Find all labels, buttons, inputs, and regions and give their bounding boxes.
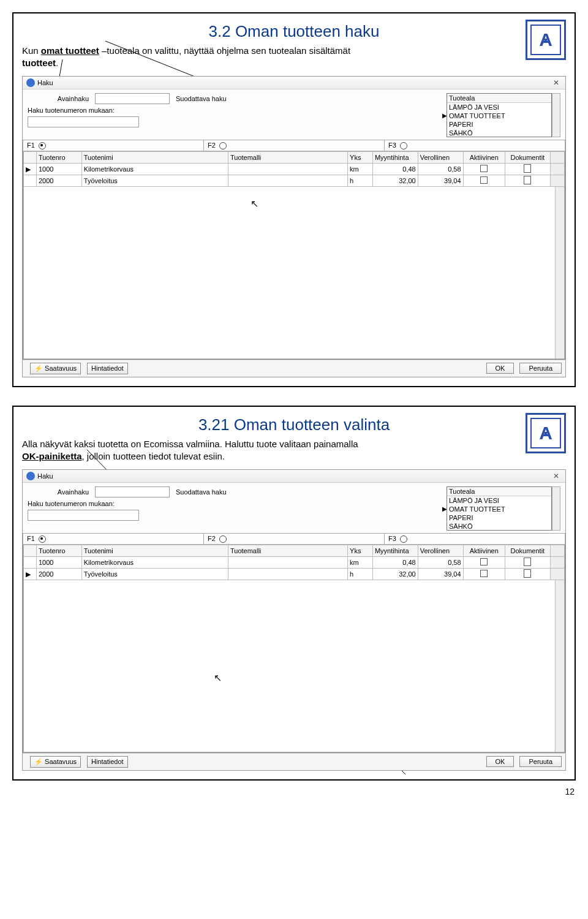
radio-f2[interactable] [219, 142, 227, 149]
list-item[interactable]: LÄMPÖ JA VESI [447, 103, 551, 112]
table-row[interactable]: ▶ 2000 Työveloitus h 32,00 39,04 [24, 569, 565, 580]
col-myyntihinta[interactable]: Myyntihinta [372, 545, 418, 557]
suodattava-label: Suodattava haku [176, 488, 227, 496]
radio-f1[interactable] [39, 535, 46, 543]
list-item[interactable]: PAPERI [447, 513, 551, 522]
bottom-bar: ⚡ Saatavuus Hintatiedot OK Peruuta [23, 753, 565, 770]
radio-row: F1 F2 F3 [23, 533, 565, 545]
slide-1-desc: Kun omat tuotteet –tuoteala on valittu, … [22, 45, 566, 69]
col-tuotenimi[interactable]: Tuotenimi [81, 545, 228, 557]
list-scrollbar[interactable] [552, 486, 560, 531]
f1-cell[interactable]: F1 [23, 534, 203, 544]
col-tuotenro[interactable]: Tuotenro [36, 545, 81, 557]
hintatiedot-button[interactable]: Hintatiedot [87, 363, 128, 374]
col-tuotenro[interactable]: Tuotenro [36, 152, 81, 164]
page-number: 12 [565, 787, 575, 796]
close-icon[interactable]: ✕ [551, 472, 562, 480]
slide-1-header: 3.2 Oman tuotteen haku Kun omat tuotteet… [22, 22, 566, 69]
haku-titlebar: Haku ✕ [23, 470, 565, 483]
list-item[interactable]: SÄHKÖ [447, 522, 551, 531]
f3-cell[interactable]: F3 [384, 140, 565, 151]
avainhaku-label: Avainhaku [28, 488, 89, 496]
col-tuotemalli[interactable]: Tuotemalli [228, 545, 347, 557]
table-row[interactable]: ▶ 1000 Kilometrikorvaus km 0,48 0,58 [24, 164, 565, 175]
list-scrollbar[interactable] [552, 93, 560, 137]
checkbox-icon[interactable] [480, 165, 488, 172]
haku-window: Haku ✕ Avainhaku Suodattava haku Haku tu… [22, 76, 566, 377]
cursor-icon: ↖ [214, 672, 222, 684]
avainhaku-input[interactable] [95, 93, 170, 104]
haku-window-2: Haku ✕ Avainhaku Suodattava haku Haku tu… [22, 469, 566, 771]
list-item[interactable]: ▶OMAT TUOTTEET [447, 112, 551, 120]
f3-cell[interactable]: F3 [384, 534, 565, 544]
tuoteala-header: Tuoteala [447, 94, 551, 103]
app-icon [26, 78, 35, 87]
cursor-icon: ↖ [251, 198, 258, 210]
radio-f3[interactable] [400, 535, 407, 543]
haku-titlebar: Haku ✕ [23, 77, 565, 89]
tuoteala-header: Tuoteala [447, 487, 551, 496]
f2-cell[interactable]: F2 [203, 534, 384, 544]
slide-1-title: 3.2 Oman tuotteen haku [22, 22, 566, 41]
peruuta-button[interactable]: Peruuta [519, 363, 562, 374]
tuoteala-list[interactable]: Tuoteala LÄMPÖ JA VESI ▶OMAT TUOTTEET PA… [447, 486, 552, 531]
slide-2-header: 3.21 Oman tuotteen valinta Alla näkyvät … [22, 415, 566, 462]
radio-f3[interactable] [400, 142, 407, 149]
saatavuus-button[interactable]: ⚡ Saatavuus [30, 363, 81, 374]
result-grid: Tuotenro Tuotenimi Tuotemalli Yks Myynti… [23, 545, 565, 753]
slide-2-title: 3.21 Oman tuotteen valinta [22, 415, 566, 434]
col-verollinen[interactable]: Verollinen [418, 545, 463, 557]
document-icon[interactable] [524, 176, 531, 184]
avainhaku-label: Avainhaku [28, 95, 89, 102]
col-aktiivinen[interactable]: Aktiivinen [463, 545, 505, 557]
document-icon[interactable] [524, 558, 531, 566]
ok-button[interactable]: OK [486, 756, 514, 767]
peruuta-button[interactable]: Peruuta [519, 756, 562, 767]
app-icon [26, 472, 35, 480]
window-title: Haku [37, 79, 53, 86]
grid-scrollbar[interactable] [555, 580, 564, 752]
col-tuotenimi[interactable]: Tuotenimi [81, 152, 228, 164]
col-tuotemalli[interactable]: Tuotemalli [228, 152, 347, 164]
list-item[interactable]: SÄHKÖ [447, 129, 551, 137]
result-grid: Tuotenro Tuotenimi Tuotemalli Yks Myynti… [23, 151, 565, 360]
checkbox-icon[interactable] [480, 570, 488, 577]
list-item[interactable]: LÄMPÖ JA VESI [447, 496, 551, 505]
avainhaku-input[interactable] [95, 486, 170, 497]
col-verollinen[interactable]: Verollinen [418, 152, 463, 164]
col-aktiivinen[interactable]: Aktiivinen [463, 152, 505, 164]
radio-f1[interactable] [39, 142, 46, 149]
hintatiedot-button[interactable]: Hintatiedot [87, 756, 128, 768]
table-row[interactable]: 1000 Kilometrikorvaus km 0,48 0,58 [24, 557, 565, 569]
list-item[interactable]: PAPERI [447, 120, 551, 129]
close-icon[interactable]: ✕ [551, 78, 562, 87]
col-yks[interactable]: Yks [348, 152, 373, 164]
radio-row: F1 F2 F3 [23, 140, 565, 151]
tuoteala-list[interactable]: Tuoteala LÄMPÖ JA VESI ▶OMAT TUOTTEET PA… [447, 93, 552, 137]
col-dokumentit[interactable]: Dokumentit [505, 152, 550, 164]
tuotenumero-input[interactable] [28, 510, 139, 521]
slide-1: A 3.2 Oman tuotteen haku Kun omat tuotte… [12, 12, 576, 387]
f1-cell[interactable]: F1 [23, 140, 203, 151]
tuotenumero-input[interactable] [28, 116, 139, 127]
window-title: Haku [37, 472, 53, 480]
ok-button[interactable]: OK [486, 363, 514, 374]
grid-scrollbar[interactable] [555, 187, 564, 358]
document-icon[interactable] [524, 569, 531, 578]
suodattava-label: Suodattava haku [176, 95, 227, 102]
checkbox-icon[interactable] [480, 176, 488, 184]
f2-cell[interactable]: F2 [203, 140, 384, 151]
col-dokumentit[interactable]: Dokumentit [505, 545, 550, 557]
list-item[interactable]: ▶OMAT TUOTTEET [447, 505, 551, 513]
col-myyntihinta[interactable]: Myyntihinta [372, 152, 418, 164]
bottom-bar: ⚡ Saatavuus Hintatiedot OK Peruuta [23, 360, 565, 377]
slide-2: A 3.21 Oman tuotteen valinta Alla näkyvä… [12, 406, 576, 781]
table-row[interactable]: 2000 Työveloitus h 32,00 39,04 [24, 175, 565, 187]
saatavuus-button[interactable]: ⚡ Saatavuus [30, 756, 81, 768]
document-icon[interactable] [524, 164, 531, 173]
radio-f2[interactable] [219, 535, 227, 543]
col-yks[interactable]: Yks [348, 545, 373, 557]
slide-2-desc: Alla näkyvät kaksi tuotetta on Ecomissa … [22, 438, 566, 462]
checkbox-icon[interactable] [480, 558, 488, 565]
logo-icon: A [526, 20, 566, 60]
